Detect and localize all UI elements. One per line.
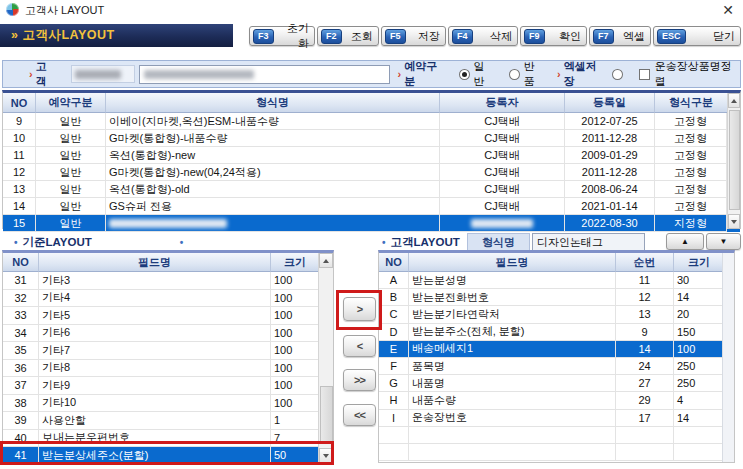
customer-name-input[interactable] [139, 65, 389, 84]
close-icon[interactable]: ✕ [722, 1, 734, 19]
empty-table-row[interactable] [379, 444, 734, 461]
f4-key-badge: F4 [452, 29, 473, 44]
table-row[interactable]: C 받는분기타연락처 13 20 [379, 306, 734, 323]
table-row[interactable]: 39 사용안할 1 [3, 412, 333, 430]
search-button[interactable]: F2 조회 [317, 26, 379, 46]
window-title: 고객사 LAYOUT [25, 3, 104, 18]
toolbar: F3 초기화 F2 조회 F5 저장 F4 삭제 F9 확인 F7 엑셀 ESC… [249, 26, 741, 46]
filter-bar: › 고객 › 예약구분 일반 반품 › 엑셀저장 운송장상품명정렬 [2, 60, 741, 88]
layout-list-header: NO 예약구분 형식명 등록자 등록일 형식구분 [3, 93, 740, 113]
table-row[interactable]: 36 기타8 100 [3, 360, 333, 378]
table-row[interactable]: 40 보내는분우편번호 7 [3, 430, 333, 448]
format-name-input[interactable]: 디자인논태그 [532, 233, 645, 251]
customer-code-field[interactable] [71, 65, 135, 83]
f9-key-badge: F9 [524, 29, 545, 44]
f3-key-badge: F3 [253, 29, 274, 44]
table-row[interactable]: 33 기타5 100 [3, 307, 333, 325]
table-row[interactable]: 10 일반 G마켓(통합형)-내품수량 CJ택배 2011-12-28 고정형 [3, 130, 740, 147]
layout-list-table: NO 예약구분 형식명 등록자 등록일 형식구분 9 일반 이베이(지마켓,옥션… [2, 90, 741, 229]
add-all-fields-button[interactable]: >> [343, 369, 376, 391]
base-table-scrollbar[interactable] [318, 253, 333, 463]
table-row[interactable]: H 내품수량 29 4 [379, 392, 734, 409]
confirm-button[interactable]: F9 확인 [520, 26, 587, 46]
bullet-icon: • [382, 237, 386, 248]
f7-key-badge: F7 [593, 29, 614, 44]
radio-general-label: 일반 [474, 59, 495, 89]
scroll-down-icon[interactable] [728, 214, 740, 229]
table-row[interactable]: 32 기타4 100 [3, 290, 333, 308]
label-arrow-icon: › [557, 68, 561, 80]
redacted-customer-name [144, 70, 254, 79]
customer-layout-window: 고객사 LAYOUT ✕ » 고객사LAYOUT F3 초기화 F2 조회 F5… [0, 0, 743, 469]
f2-key-badge: F2 [321, 29, 342, 44]
table-row[interactable]: 35 기타7 100 [3, 342, 333, 360]
table-row[interactable]: 34 기타6 100 [3, 325, 333, 343]
table-row[interactable]: G 내품명 27 250 [379, 375, 734, 392]
radio-excel-save[interactable] [612, 69, 623, 80]
radio-return[interactable] [509, 69, 520, 80]
scroll-up-icon[interactable] [728, 93, 740, 108]
remove-all-fields-button[interactable]: << [343, 404, 376, 426]
excel-button[interactable]: F7 엑셀 [589, 26, 651, 46]
table-row[interactable]: D 받는분주소(전체, 분할) 9 150 [379, 324, 734, 341]
add-field-button[interactable]: > [343, 297, 376, 321]
customer-table-scroll-track[interactable] [722, 253, 734, 462]
bullet-icon: • [180, 237, 184, 248]
radio-general[interactable] [459, 69, 470, 80]
close-button[interactable]: ESC 닫기 [653, 26, 741, 46]
bullet-icon: • [14, 237, 18, 248]
scrollbar-thumb[interactable] [320, 386, 333, 444]
move-down-button[interactable]: ▼ [706, 233, 741, 250]
table-row[interactable]: 12 일반 G마켓(통합형)-new(04,24적용) CJ택배 2011-12… [3, 164, 740, 181]
base-layout-table: NO 필드명 크기 31 기타3 100 32 기타4 100 33 기타5 1… [2, 250, 334, 463]
customer-label: 고객 [36, 59, 57, 89]
f5-key-badge: F5 [385, 29, 406, 44]
label-arrow-icon: › [398, 68, 402, 80]
customer-layout-table: NO 필드명 순번 크기 A 받는분성명 11 30 B 받는분전화번호 12 … [378, 250, 735, 463]
base-layout-header: NO 필드명 크기 [3, 253, 333, 272]
table-row-selected[interactable]: 41 받는분상세주소(분할) 50 [3, 447, 333, 465]
redacted-customer-code [75, 70, 121, 79]
table-row[interactable]: F 품목명 24 250 [379, 358, 734, 375]
scroll-down-icon[interactable] [319, 448, 333, 463]
delete-button[interactable]: F4 삭제 [448, 26, 518, 46]
redacted-registrant [471, 219, 533, 228]
init-button[interactable]: F3 초기화 [249, 26, 315, 46]
base-layout-title: • 기준LAYOUT • [14, 234, 188, 250]
table-row[interactable]: 37 기타9 100 [3, 377, 333, 395]
format-name-label: 형식명 [467, 233, 530, 251]
remove-field-button[interactable]: < [343, 335, 376, 357]
esc-key-badge: ESC [657, 29, 686, 44]
page-title: » 고객사LAYOUT [0, 24, 233, 47]
radio-return-label: 반품 [524, 59, 545, 89]
waybill-sort-checkbox[interactable] [639, 69, 650, 80]
app-icon [6, 3, 19, 16]
table-row[interactable]: 11 일반 옥션(통합형)-new CJ택배 2009-01-29 고정형 [3, 147, 740, 164]
top-table-scrollbar[interactable] [727, 93, 740, 229]
table-row-selected[interactable]: 15 일반 2022-08-30 지정형 [3, 215, 740, 232]
customer-layout-header: NO 필드명 순번 크기 [379, 253, 734, 272]
table-row-selected[interactable]: E 배송메세지1 14 100 [379, 341, 734, 358]
customer-layout-title: • 고객LAYOUT [382, 234, 460, 250]
excel-save-label: 엑셀저장 [564, 59, 607, 89]
table-row[interactable]: 9 일반 이베이(지마켓,옥션)ESM-내품수량 CJ택배 2012-07-25… [3, 113, 740, 130]
move-up-button[interactable]: ▲ [666, 233, 704, 250]
table-row[interactable]: 31 기타3 100 [3, 272, 333, 290]
waybill-sort-label: 운송장상품명정렬 [655, 59, 740, 89]
table-row[interactable]: 13 일반 옥션(통합형)-old CJ택배 2008-06-24 고정형 [3, 181, 740, 198]
save-button[interactable]: F5 저장 [381, 26, 446, 46]
table-row[interactable]: A 받는분성명 11 30 [379, 272, 734, 289]
label-arrow-icon: › [29, 68, 33, 80]
scrollbar-thumb[interactable] [729, 110, 740, 210]
table-row[interactable]: 14 일반 GS슈퍼 전용 CJ택배 2021-01-14 고정형 [3, 198, 740, 215]
redacted-format-name [109, 219, 227, 228]
table-row[interactable]: I 운송장번호 17 14 [379, 410, 734, 427]
empty-table-row[interactable] [379, 427, 734, 444]
table-row[interactable]: 38 기타10 100 [3, 395, 333, 413]
table-row[interactable]: B 받는분전화번호 12 14 [379, 289, 734, 306]
scroll-up-icon[interactable] [319, 253, 333, 268]
reserve-type-label: 예약구분 [404, 59, 447, 89]
title-bar: 고객사 LAYOUT ✕ [0, 0, 743, 20]
